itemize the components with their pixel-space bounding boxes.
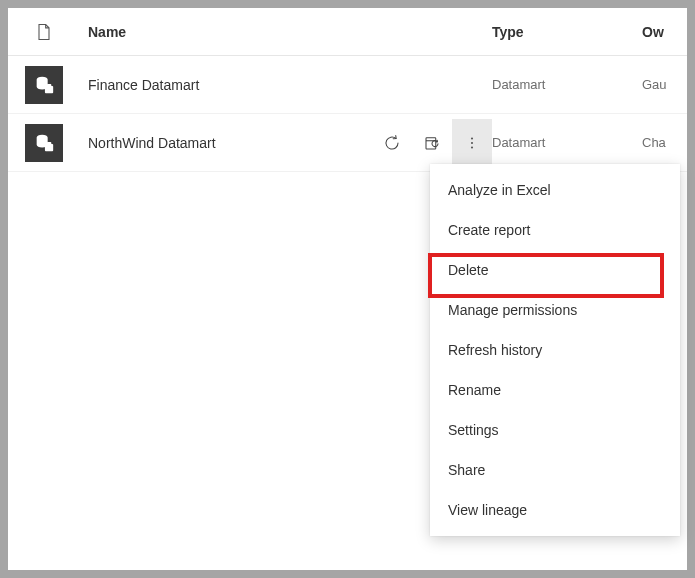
more-vertical-icon xyxy=(463,134,481,152)
menu-item-manage-permissions[interactable]: Manage permissions xyxy=(430,290,680,330)
svg-point-7 xyxy=(471,141,473,143)
row-type: Datamart xyxy=(492,77,642,92)
column-header-type[interactable]: Type xyxy=(492,24,642,40)
svg-point-8 xyxy=(471,146,473,148)
menu-item-create-report[interactable]: Create report xyxy=(430,210,680,250)
refresh-button[interactable] xyxy=(372,123,412,163)
menu-item-settings[interactable]: Settings xyxy=(430,410,680,450)
svg-rect-3 xyxy=(47,142,52,145)
svg-point-6 xyxy=(471,137,473,139)
svg-rect-2 xyxy=(45,143,53,150)
context-menu: Analyze in Excel Create report Delete Ma… xyxy=(430,164,680,536)
table-row[interactable]: Finance Datamart Datamart Gau xyxy=(8,56,687,114)
row-owner: Cha xyxy=(642,135,687,150)
datamart-icon xyxy=(25,124,63,162)
table-header-row: Name Type Ow xyxy=(8,8,687,56)
svg-rect-4 xyxy=(426,137,436,148)
menu-item-refresh-history[interactable]: Refresh history xyxy=(430,330,680,370)
refresh-icon xyxy=(383,134,401,152)
header-item-icon xyxy=(8,22,80,42)
menu-item-rename[interactable]: Rename xyxy=(430,370,680,410)
row-name[interactable]: Finance Datamart xyxy=(80,77,492,93)
column-header-name[interactable]: Name xyxy=(80,24,492,40)
menu-item-delete[interactable]: Delete xyxy=(430,250,680,290)
menu-item-view-lineage[interactable]: View lineage xyxy=(430,490,680,530)
svg-rect-1 xyxy=(47,84,52,87)
page-icon xyxy=(34,22,54,42)
row-icon-cell xyxy=(8,66,80,104)
column-header-owner[interactable]: Ow xyxy=(642,24,687,40)
schedule-refresh-icon xyxy=(423,134,441,152)
row-type: Datamart xyxy=(492,135,642,150)
row-actions xyxy=(372,114,492,171)
row-owner: Gau xyxy=(642,77,687,92)
more-options-button[interactable] xyxy=(452,119,492,167)
menu-item-analyze-in-excel[interactable]: Analyze in Excel xyxy=(430,170,680,210)
datamart-icon xyxy=(25,66,63,104)
row-icon-cell xyxy=(8,124,80,162)
menu-item-share[interactable]: Share xyxy=(430,450,680,490)
svg-rect-0 xyxy=(45,85,53,92)
schedule-refresh-button[interactable] xyxy=(412,123,452,163)
